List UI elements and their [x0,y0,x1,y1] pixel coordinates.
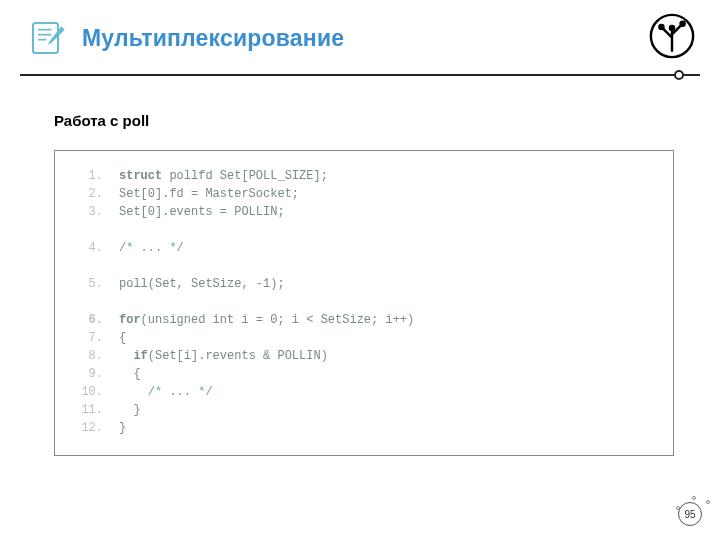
code-content: for(unsigned int i = 0; i < SetSize; i++… [119,311,414,329]
code-line: 1.struct pollfd Set[POLL_SIZE]; [73,167,655,185]
svg-point-5 [669,25,676,32]
section-subtitle: Работа с poll [54,112,149,129]
code-content: Set[0].fd = MasterSocket; [119,185,299,203]
code-blank-line [73,293,655,311]
tree-icon [646,10,698,62]
slide-header: Мультиплексирование [0,0,720,68]
line-number: 10. [73,383,103,401]
page-number: 95 [678,502,702,526]
decorative-dot-icon [706,500,710,504]
code-line: 7.{ [73,329,655,347]
code-line: 9. { [73,365,655,383]
line-number: 12. [73,419,103,437]
code-content: { [119,329,126,347]
divider-line [20,74,700,76]
code-line: 12.} [73,419,655,437]
code-blank-line [73,257,655,275]
line-number: 8. [73,347,103,365]
slide-title: Мультиплексирование [82,25,344,52]
code-line: 2.Set[0].fd = MasterSocket; [73,185,655,203]
code-content: poll(Set, SetSize, -1); [119,275,285,293]
line-number: 1. [73,167,103,185]
svg-point-7 [679,21,686,28]
line-number: 4. [73,239,103,257]
code-content: } [119,419,126,437]
code-content: if(Set[i].revents & POLLIN) [119,347,328,365]
line-number: 7. [73,329,103,347]
code-content: /* ... */ [119,239,184,257]
line-number: 11. [73,401,103,419]
line-number: 6. [73,311,103,329]
code-line: 6.for(unsigned int i = 0; i < SetSize; i… [73,311,655,329]
code-content: } [119,401,141,419]
code-line: 11. } [73,401,655,419]
code-blank-line [73,221,655,239]
page-number-badge: 95 [678,502,702,526]
decorative-dot-icon [692,496,696,500]
edit-icon [28,18,68,58]
svg-point-6 [658,24,665,31]
line-number: 5. [73,275,103,293]
code-block: 1.struct pollfd Set[POLL_SIZE];2.Set[0].… [54,150,674,456]
line-number: 9. [73,365,103,383]
code-content: /* ... */ [119,383,213,401]
line-number: 3. [73,203,103,221]
code-content: { [119,365,141,383]
code-line: 4./* ... */ [73,239,655,257]
code-line: 10. /* ... */ [73,383,655,401]
code-line: 3.Set[0].events = POLLIN; [73,203,655,221]
code-line: 5.poll(Set, SetSize, -1); [73,275,655,293]
code-content: Set[0].events = POLLIN; [119,203,285,221]
line-number: 2. [73,185,103,203]
code-content: struct pollfd Set[POLL_SIZE]; [119,167,328,185]
divider-node-icon [674,70,684,80]
code-line: 8. if(Set[i].revents & POLLIN) [73,347,655,365]
